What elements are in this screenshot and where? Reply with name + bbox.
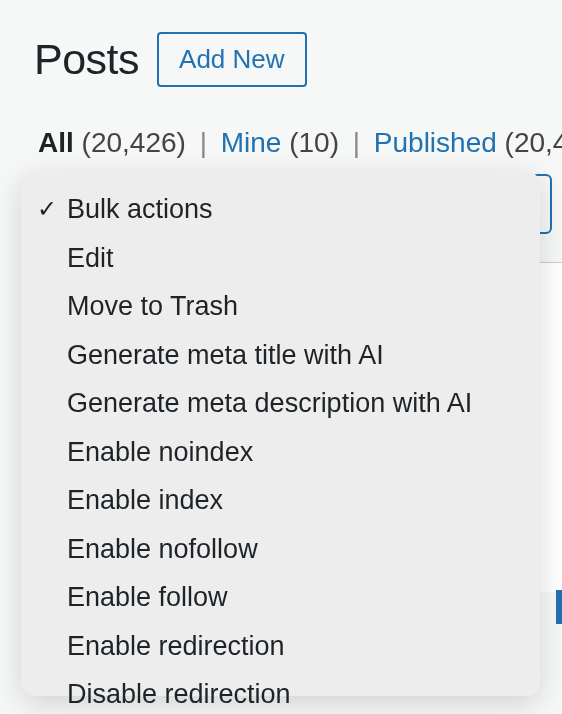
filter-row: All (20,426) | Mine (10) | Published (20… [0,87,562,159]
dropdown-item-generate-meta-title[interactable]: Generate meta title with AI [21,331,540,380]
filter-mine-link[interactable]: Mine [221,127,282,158]
dropdown-item-enable-nofollow[interactable]: Enable nofollow [21,525,540,574]
dropdown-item-enable-follow[interactable]: Enable follow [21,573,540,622]
filter-separator: | [200,127,207,158]
check-icon: ✓ [37,191,67,227]
dropdown-item-edit[interactable]: Edit [21,234,540,283]
dropdown-item-bulk-actions[interactable]: ✓ Bulk actions [21,185,540,234]
filter-separator: | [353,127,360,158]
page-title: Posts [34,35,139,84]
dropdown-item-enable-noindex[interactable]: Enable noindex [21,428,540,477]
dropdown-item-enable-redirection[interactable]: Enable redirection [21,622,540,671]
bulk-actions-dropdown[interactable]: ✓ Bulk actions Edit Move to Trash Genera… [21,171,540,696]
add-new-button[interactable]: Add New [157,32,307,87]
filter-all-label[interactable]: All [38,127,74,158]
link-edge [556,590,562,624]
dropdown-item-move-to-trash[interactable]: Move to Trash [21,282,540,331]
filter-published-link[interactable]: Published [374,127,497,158]
dropdown-item-enable-index[interactable]: Enable index [21,476,540,525]
dropdown-item-disable-redirection[interactable]: Disable redirection [21,670,540,714]
dropdown-item-generate-meta-description[interactable]: Generate meta description with AI [21,379,540,428]
